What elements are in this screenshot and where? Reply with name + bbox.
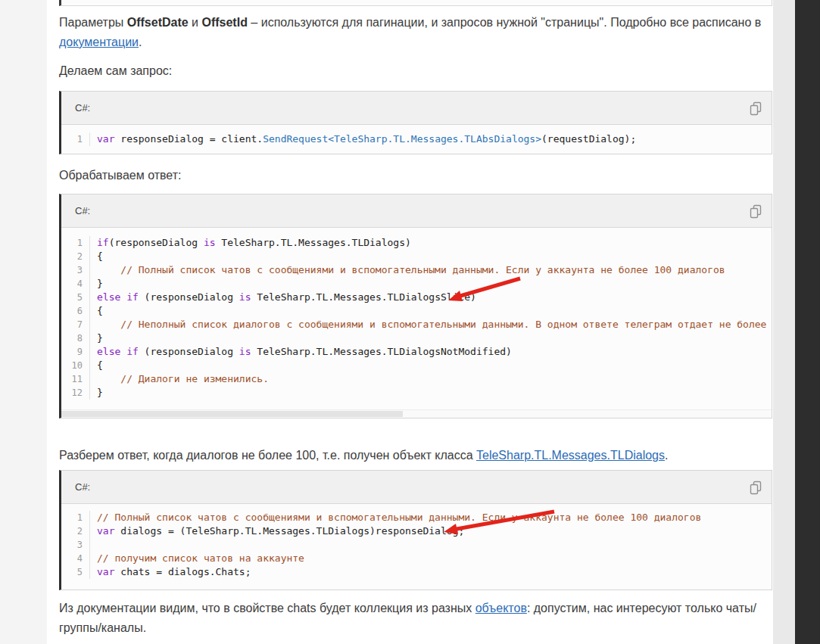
code-line: 6{ — [61, 304, 772, 318]
article-content: Параметры OffsetDate и OffsetId – исполь… — [59, 0, 772, 644]
code-line: 11 // Диалоги не изменились. — [61, 372, 772, 386]
line-number: 7 — [61, 318, 90, 331]
code-body: 1// Полный список чатов с сообщениями и … — [61, 504, 772, 590]
code-body: 1var responseDialog = client.SendRequest… — [61, 125, 772, 154]
paragraph-parse-response: Разберем ответ, когда диалогов не более … — [59, 446, 772, 465]
code-line: 1if(responseDialog is TeleSharp.TL.Messa… — [61, 236, 772, 250]
line-number: 2 — [61, 250, 90, 263]
code-line: 3 — [61, 538, 772, 552]
code-line: 4// получим список чатов на аккаунте — [61, 552, 772, 565]
code-block-response-types: C#: 1if(responseDialog is TeleSharp.TL.M… — [59, 194, 772, 418]
code-text: var chats = dialogs.Chats; — [90, 565, 251, 579]
line-number: 5 — [61, 565, 90, 579]
line-number: 10 — [61, 359, 90, 372]
code-line: 1var responseDialog = client.SendRequest… — [61, 132, 772, 146]
language-label: C#: — [75, 481, 90, 493]
code-line: 3 // Полный список чатов с сообщениями и… — [61, 263, 772, 277]
line-number: 4 — [61, 552, 90, 565]
truncated-code-block-bottom — [59, 0, 772, 6]
code-text: } — [90, 331, 103, 345]
code-block-cast-dialogs: C#: 1// Полный список чатов с сообщениям… — [59, 470, 772, 590]
code-text: { — [90, 250, 103, 263]
copy-pages-icon — [750, 101, 762, 116]
code-line: 8} — [61, 331, 772, 345]
page: Параметры OffsetDate и OffsetId – исполь… — [0, 0, 820, 644]
line-number: 11 — [61, 372, 90, 386]
line-number: 1 — [61, 132, 90, 146]
page-right-gutter — [773, 0, 795, 644]
code-line: 2{ — [61, 250, 772, 263]
code-text: } — [90, 386, 103, 400]
code-text: var dialogs = (TeleSharp.TL.Messages.TLD… — [90, 524, 464, 538]
line-number: 3 — [61, 538, 90, 552]
code-block-header: C#: — [61, 92, 772, 125]
inline-link[interactable]: TeleSharp.TL.Messages.TLDialogs — [476, 449, 665, 462]
line-number: 6 — [61, 304, 90, 318]
code-text: { — [90, 359, 103, 372]
code-line: 4} — [61, 277, 772, 291]
code-text: } — [90, 277, 103, 291]
code-block-header: C#: — [61, 471, 772, 504]
h-scrollbar-thumb[interactable] — [61, 411, 403, 417]
code-line: 1// Полный список чатов с сообщениями и … — [61, 511, 772, 524]
code-text: // Диалоги не изменились. — [90, 372, 269, 386]
paragraph-chats-collection: Из документации видим, что в свойстве ch… — [59, 599, 772, 638]
line-number: 3 — [61, 263, 90, 277]
language-label: C#: — [75, 205, 90, 216]
code-line: 9else if (responseDialog is TeleSharp.TL… — [61, 345, 772, 359]
code-text: // Полный список чатов с сообщениями и в… — [90, 511, 701, 524]
line-number: 5 — [61, 291, 90, 304]
code-text — [90, 538, 97, 552]
bold-text: OffsetId — [201, 16, 247, 29]
code-line: 5var chats = dialogs.Chats; — [61, 565, 772, 579]
line-number: 12 — [61, 386, 90, 400]
bold-text: OffsetDate — [127, 16, 189, 29]
paragraph-handle-response: Обрабатываем ответ: — [59, 166, 772, 185]
line-number: 9 — [61, 345, 90, 359]
paragraph-offset-params: Параметры OffsetDate и OffsetId – исполь… — [59, 13, 772, 52]
code-text: if(responseDialog is TeleSharp.TL.Messag… — [90, 236, 411, 250]
code-text: // Полный список чатов с сообщениями и в… — [90, 263, 725, 277]
code-text: // получим список чатов на аккаунте — [90, 552, 304, 565]
copy-button[interactable] — [749, 481, 762, 496]
copy-button[interactable] — [749, 101, 762, 117]
code-text: { — [90, 304, 103, 318]
code-block-header: C#: — [61, 194, 772, 228]
line-number: 4 — [61, 277, 90, 291]
line-number: 1 — [61, 511, 90, 524]
copy-pages-icon — [750, 204, 762, 219]
page-left-margin — [0, 0, 47, 644]
code-line: 5else if (responseDialog is TeleSharp.TL… — [61, 291, 772, 304]
line-number: 1 — [61, 236, 90, 250]
code-block-send-request: C#: 1var responseDialog = client.SendReq… — [59, 91, 772, 154]
code-line: 12} — [61, 386, 772, 400]
code-text: else if (responseDialog is TeleSharp.TL.… — [90, 291, 476, 304]
h-scrollbar — [61, 409, 772, 418]
line-number: 2 — [61, 524, 90, 538]
language-label: C#: — [75, 102, 90, 114]
inline-link[interactable]: объектов — [475, 602, 527, 614]
copy-pages-icon — [750, 481, 762, 495]
paragraph-make-request: Делаем сам запрос: — [59, 61, 772, 81]
window-background-dark — [795, 0, 820, 644]
code-body: 1if(responseDialog is TeleSharp.TL.Messa… — [61, 228, 772, 409]
code-text: // Неполный список диалогов с сообщениям… — [90, 318, 772, 331]
line-number: 8 — [61, 331, 90, 345]
code-line: 2var dialogs = (TeleSharp.TL.Messages.TL… — [61, 524, 772, 538]
code-line: 10{ — [61, 359, 772, 372]
inline-link[interactable]: документации — [59, 36, 139, 48]
code-line: 7 // Неполный список диалогов с сообщени… — [61, 318, 772, 331]
copy-button[interactable] — [749, 204, 762, 219]
code-text: else if (responseDialog is TeleSharp.TL.… — [90, 345, 512, 359]
code-text: var responseDialog = client.SendRequest<… — [90, 132, 636, 146]
